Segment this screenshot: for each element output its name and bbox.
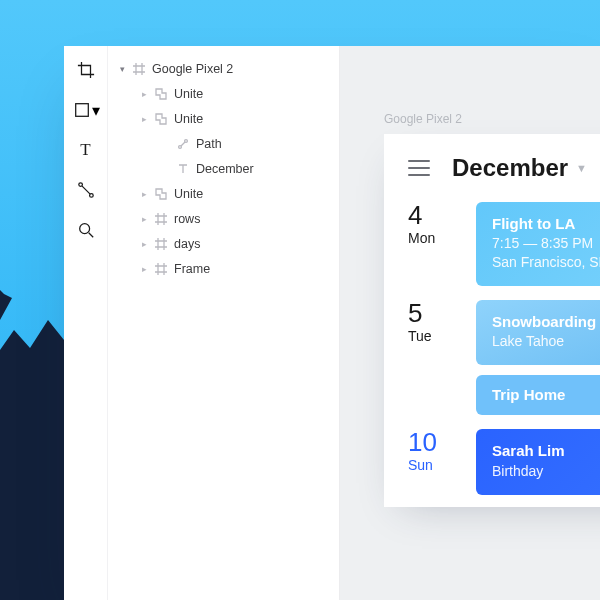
layer-label: December xyxy=(196,162,254,176)
month-label: December xyxy=(452,154,568,182)
union-icon xyxy=(154,87,168,101)
chevron-right-icon: ▸ xyxy=(140,114,148,124)
chevron-right-icon: ▸ xyxy=(140,264,148,274)
artboard[interactable]: December ▼ 4MonFlight to LA7:15 — 8:35 P… xyxy=(384,134,600,507)
layer-label: days xyxy=(174,237,200,251)
layer-label: Unite xyxy=(174,87,203,101)
canvas[interactable]: Google Pixel 2 December ▼ 4MonFlight to … xyxy=(340,46,600,600)
day-block: 5TueSnowboardingLake TahoeTrip Home xyxy=(384,298,600,427)
layer-label: Path xyxy=(196,137,222,151)
hamburger-icon[interactable] xyxy=(408,160,430,176)
text-icon: T xyxy=(76,140,96,160)
pen-tool[interactable] xyxy=(76,180,96,200)
day-date[interactable]: 4Mon xyxy=(408,202,454,286)
layer-row[interactable]: ▸days xyxy=(108,231,339,256)
layer-row-root[interactable]: ▾ Google Pixel 2 xyxy=(108,56,339,81)
day-number: 4 xyxy=(408,202,454,228)
day-block: 4MonFlight to LA7:15 — 8:35 PMSan Franci… xyxy=(384,200,600,298)
chevron-right-icon: ▸ xyxy=(140,214,148,224)
day-of-week: Tue xyxy=(408,328,454,344)
layer-row[interactable]: Path xyxy=(108,131,339,156)
event-subtitle: Birthday xyxy=(492,462,600,481)
union-icon xyxy=(154,112,168,126)
event-card[interactable]: SnowboardingLake Tahoe xyxy=(476,300,600,365)
day-of-week: Mon xyxy=(408,230,454,246)
frame-icon xyxy=(154,237,168,251)
svg-point-6 xyxy=(179,145,182,148)
month-picker[interactable]: December ▼ xyxy=(452,154,587,182)
text-tool[interactable]: T xyxy=(76,140,96,160)
layer-row[interactable]: ▸Unite xyxy=(108,81,339,106)
shape-tool[interactable]: ▾ xyxy=(72,100,100,120)
frame-icon xyxy=(154,212,168,226)
svg-point-5 xyxy=(79,224,89,234)
event-title: Flight to LA xyxy=(492,214,600,234)
day-number: 10 xyxy=(408,429,454,455)
svg-point-7 xyxy=(185,139,188,142)
layer-row[interactable]: December xyxy=(108,156,339,181)
union-icon xyxy=(154,187,168,201)
svg-marker-1 xyxy=(0,290,12,320)
event-card[interactable]: Sarah LimBirthday xyxy=(476,429,600,494)
design-app-window: ▾ T ▾ Google Pixel 2 ▸Unite▸UnitePathDec… xyxy=(64,46,600,600)
artboard-label[interactable]: Google Pixel 2 xyxy=(384,112,462,126)
event-card[interactable]: Flight to LA7:15 — 8:35 PMSan Francisco,… xyxy=(476,202,600,286)
event-title: Sarah Lim xyxy=(492,441,600,461)
chevron-right-icon: ▸ xyxy=(140,239,148,249)
day-date[interactable]: 10Sun xyxy=(408,429,454,494)
event-detail: San Francisco, SFO xyxy=(492,253,600,272)
day-date[interactable]: 5Tue xyxy=(408,300,454,415)
chevron-right-icon: ▸ xyxy=(140,89,148,99)
layer-row[interactable]: ▸Unite xyxy=(108,106,339,131)
chevron-down-icon: ▼ xyxy=(576,162,587,174)
event-subtitle: Lake Tahoe xyxy=(492,332,600,351)
event-subtitle: 7:15 — 8:35 PM xyxy=(492,234,600,253)
layers-panel: ▾ Google Pixel 2 ▸Unite▸UnitePathDecembe… xyxy=(108,46,340,600)
layer-label: Unite xyxy=(174,112,203,126)
chevron-down-icon: ▾ xyxy=(118,64,126,74)
chevron-down-icon: ▾ xyxy=(92,101,100,120)
artboard-header: December ▼ xyxy=(384,134,600,200)
day-number: 5 xyxy=(408,300,454,326)
pen-icon xyxy=(77,181,95,199)
path-icon xyxy=(176,137,190,151)
frame-icon xyxy=(154,262,168,276)
layer-row[interactable]: ▸rows xyxy=(108,206,339,231)
day-block: 10SunSarah LimBirthday xyxy=(384,427,600,506)
event-card[interactable]: Trip Home xyxy=(476,375,600,415)
layer-label: Unite xyxy=(174,187,203,201)
tool-rail: ▾ T xyxy=(64,46,108,600)
square-icon xyxy=(73,101,91,119)
text-icon xyxy=(176,162,190,176)
layer-label: rows xyxy=(174,212,200,226)
search-icon xyxy=(77,221,95,239)
layer-row[interactable]: ▸Frame xyxy=(108,256,339,281)
layer-row[interactable]: ▸Unite xyxy=(108,181,339,206)
event-title: Snowboarding xyxy=(492,312,600,332)
crop-tool[interactable] xyxy=(76,60,96,80)
day-of-week: Sun xyxy=(408,457,454,473)
crop-icon xyxy=(77,61,95,79)
chevron-right-icon: ▸ xyxy=(140,189,148,199)
search-tool[interactable] xyxy=(76,220,96,240)
layer-label: Frame xyxy=(174,262,210,276)
svg-marker-0 xyxy=(0,320,66,600)
svg-rect-2 xyxy=(75,104,88,117)
layer-label: Google Pixel 2 xyxy=(152,62,233,76)
frame-icon xyxy=(132,62,146,76)
event-title: Trip Home xyxy=(492,385,600,405)
